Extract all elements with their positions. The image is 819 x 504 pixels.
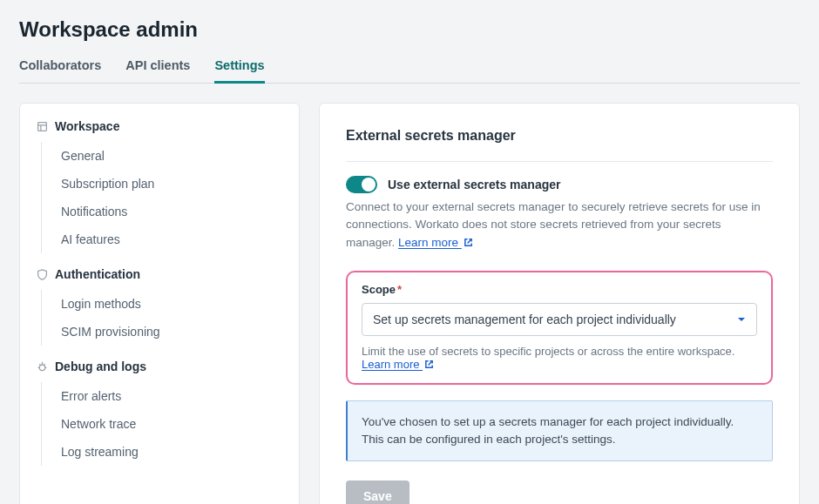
sidebar-item-general[interactable]: General: [61, 142, 283, 170]
sidebar-items: Error alerts Network trace Log streaming: [41, 382, 283, 466]
sidebar-item-ai-features[interactable]: AI features: [61, 225, 283, 253]
sidebar-section-header: Debug and logs: [36, 360, 283, 373]
svg-rect-0: [37, 122, 46, 131]
toggle-label: Use external secrets manager: [388, 178, 560, 192]
settings-sidebar: Workspace General Subscription plan Noti…: [19, 103, 300, 504]
sidebar-item-login-methods[interactable]: Login methods: [61, 290, 283, 318]
svg-line-7: [39, 364, 41, 366]
sidebar-section-title: Workspace: [55, 119, 119, 133]
scope-help-text: Limit the use of secrets to specific pro…: [362, 345, 757, 371]
sidebar-section-header: Authentication: [36, 267, 283, 281]
scope-selected-value: Set up secrets management for each proje…: [373, 312, 676, 326]
scope-label-text: Scope: [362, 283, 396, 296]
svg-line-8: [44, 364, 45, 366]
sidebar-items: Login methods SCIM provisioning: [41, 290, 283, 346]
tab-api-clients[interactable]: API clients: [125, 58, 190, 84]
sidebar-items: General Subscription plan Notifications …: [41, 142, 283, 253]
external-link-icon: [464, 238, 473, 247]
sidebar-section-workspace: Workspace General Subscription plan Noti…: [36, 119, 283, 253]
use-external-secrets-toggle[interactable]: [346, 176, 377, 193]
sidebar-item-network-trace[interactable]: Network trace: [61, 410, 283, 438]
sidebar-item-error-alerts[interactable]: Error alerts: [61, 382, 283, 410]
scope-card: Scope* Set up secrets management for eac…: [346, 271, 773, 385]
learn-more-link[interactable]: Learn more: [398, 236, 473, 249]
main-panel: External secrets manager Use external se…: [319, 103, 800, 504]
workspace-icon: [36, 120, 48, 132]
section-heading: External secrets manager: [346, 128, 773, 144]
caret-down-icon: [737, 315, 746, 324]
scope-help-text-inner: Limit the use of secrets to specific pro…: [362, 345, 734, 358]
tab-settings[interactable]: Settings: [214, 58, 264, 84]
toggle-description: Connect to your external secrets manager…: [346, 198, 773, 252]
page-title: Workspace admin: [19, 17, 800, 42]
divider: [346, 161, 773, 162]
toggle-knob: [362, 178, 376, 192]
sidebar-section-title: Debug and logs: [55, 360, 146, 373]
info-callout: You've chosen to set up a secrets manage…: [346, 400, 773, 462]
scope-label: Scope*: [362, 283, 757, 296]
save-button[interactable]: Save: [346, 480, 410, 504]
sidebar-item-subscription-plan[interactable]: Subscription plan: [61, 170, 283, 198]
external-link-icon: [424, 360, 434, 369]
sidebar-section-authentication: Authentication Login methods SCIM provis…: [36, 267, 283, 346]
sidebar-section-title: Authentication: [55, 267, 140, 281]
sidebar-item-scim-provisioning[interactable]: SCIM provisioning: [61, 318, 283, 346]
tabs: Collaborators API clients Settings: [19, 57, 800, 84]
sidebar-item-log-streaming[interactable]: Log streaming: [61, 438, 283, 466]
tab-collaborators[interactable]: Collaborators: [19, 58, 101, 84]
scope-select[interactable]: Set up secrets management for each proje…: [362, 303, 757, 336]
scope-learn-more-link[interactable]: Learn more: [362, 358, 434, 371]
bug-icon: [36, 360, 48, 373]
shield-icon: [36, 268, 48, 280]
toggle-row: Use external secrets manager: [346, 176, 773, 193]
required-asterisk: *: [397, 283, 402, 296]
sidebar-section-header: Workspace: [36, 119, 283, 133]
sidebar-section-debug-logs: Debug and logs Error alerts Network trac…: [36, 360, 283, 466]
sidebar-item-notifications[interactable]: Notifications: [61, 198, 283, 225]
